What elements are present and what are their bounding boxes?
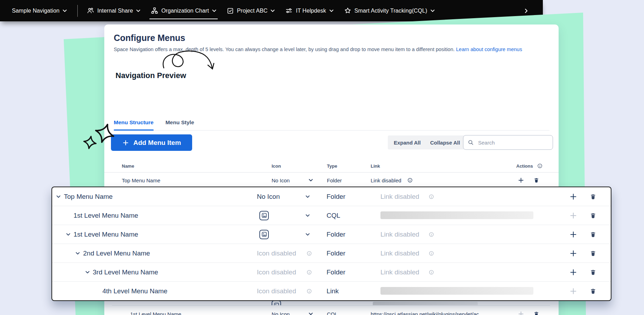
delete-button[interactable] <box>590 231 596 238</box>
chevron-down-icon[interactable] <box>306 195 310 198</box>
chevron-down-icon <box>63 9 67 12</box>
table-header-row: Name Icon Type Link Actions <box>104 160 559 173</box>
skeleton-bar <box>380 287 533 295</box>
nav-item-internal-share[interactable]: Internal Share <box>87 0 140 21</box>
nav-item-label: Organization Chart <box>161 8 209 14</box>
delete-button[interactable] <box>533 177 539 183</box>
skeleton-bar <box>380 211 533 219</box>
header-actions: Actions <box>516 163 533 169</box>
delete-button[interactable] <box>590 288 596 294</box>
icon-select-value[interactable]: No Icon <box>272 177 290 183</box>
menu-item-name: 2nd Level Menu Name <box>83 250 150 257</box>
info-icon <box>307 288 312 294</box>
delete-button[interactable] <box>590 193 596 200</box>
header-name: Name <box>122 163 134 169</box>
menu-item-type: Folder <box>327 193 345 201</box>
add-child-button-disabled <box>569 212 577 219</box>
chevron-down-icon <box>136 9 140 12</box>
link-disabled-text: Link disabled <box>380 250 419 257</box>
icon-select-value[interactable]: No Icon <box>257 193 280 201</box>
info-icon <box>537 163 542 169</box>
delete-button[interactable] <box>590 212 596 219</box>
info-icon <box>307 270 312 275</box>
magnified-menu-row-level-1: 1st Level Menu NameCQL <box>52 206 611 225</box>
table-row: Top Menu Name No Icon Folder Link disabl… <box>104 172 559 188</box>
menu-item-type: Folder <box>327 177 342 183</box>
chevron-down-icon[interactable] <box>309 179 313 182</box>
collapse-all-button[interactable]: Collapse All <box>424 135 466 149</box>
tab-menu-style[interactable]: Menu Style <box>166 119 194 130</box>
add-menu-item-button[interactable]: Add Menu Item <box>111 134 192 151</box>
search-input[interactable] <box>477 139 548 146</box>
checkbox-icon <box>227 7 234 14</box>
add-child-button[interactable] <box>569 193 577 201</box>
tab-menu-structure[interactable]: Menu Structure <box>114 119 154 130</box>
nav-item-smart-activity-tracking-cql[interactable]: Smart Activity Tracking(CQL) <box>344 0 435 21</box>
magnified-menu-row-level-4: 4th Level Menu NameIcon disabledLink <box>52 281 611 300</box>
chevron-down-icon[interactable] <box>306 233 310 236</box>
info-icon <box>429 251 434 256</box>
add-child-button[interactable] <box>569 231 577 238</box>
search-icon <box>468 139 474 146</box>
add-child-button-disabled <box>569 287 577 295</box>
info-icon <box>429 232 434 237</box>
nav-item-label: Sample Navigation <box>12 8 59 14</box>
menu-item-type: Link <box>327 287 339 295</box>
menu-item-type: Folder <box>327 250 345 257</box>
magnified-menu-row-level-0: Top Menu NameNo IconFolderLink disabled <box>52 187 611 206</box>
nav-item-label: Project ABC <box>237 8 267 14</box>
delete-button[interactable] <box>533 311 539 315</box>
expand-chevron-icon[interactable] <box>76 252 80 255</box>
add-child-button[interactable] <box>569 250 577 257</box>
header-icon: Icon <box>272 163 281 169</box>
info-icon <box>407 178 413 183</box>
nav-item-it-helpdesk[interactable]: IT Helpdesk <box>285 0 333 21</box>
menu-item-type: Folder <box>327 231 345 238</box>
info-icon <box>429 270 434 275</box>
chevron-down-icon[interactable] <box>309 313 313 315</box>
icon-select-value[interactable]: No Icon <box>272 311 290 315</box>
expand-chevron-icon[interactable] <box>66 233 70 236</box>
header-link: Link <box>371 163 380 169</box>
nav-item-organization-chart[interactable]: Organization Chart <box>151 0 216 21</box>
menu-item-link-url: https://osci.atlassian.net/wiki/plugins/… <box>371 311 483 315</box>
nav-item-label: Internal Share <box>97 8 133 14</box>
delete-button[interactable] <box>590 269 596 275</box>
nav-item-project-abc[interactable]: Project ABC <box>227 0 275 21</box>
nav-item-sample-navigation[interactable]: Sample Navigation <box>12 0 67 21</box>
link-disabled-text: Link disabled <box>380 231 419 238</box>
icon-disabled-text: Icon disabled <box>257 268 296 276</box>
add-child-button[interactable] <box>569 268 577 276</box>
table-row: 1st Level Menu Name No Icon CQL https://… <box>104 306 559 315</box>
menu-item-name: 1st Level Menu Name <box>74 212 138 219</box>
expand-all-button[interactable]: Expand All <box>388 135 427 149</box>
image-icon[interactable] <box>259 230 269 239</box>
sparkle-doodle <box>81 120 116 155</box>
chevron-down-icon[interactable] <box>306 214 310 217</box>
link-disabled-text: Link disabled <box>380 193 419 201</box>
page-title: Configure Menus <box>114 33 185 43</box>
search-box <box>463 135 553 150</box>
image-icon[interactable] <box>259 211 269 220</box>
nav-item-label: Smart Activity Tracking(CQL) <box>355 8 427 14</box>
menu-item-name: Top Menu Name <box>64 193 113 201</box>
header-type: Type <box>327 163 337 169</box>
menu-item-name: Top Menu Name <box>122 177 160 183</box>
info-icon <box>429 194 434 199</box>
curly-arrow-doodle <box>158 48 222 76</box>
learn-about-configure-menus-link[interactable]: Learn about configure menus <box>456 47 522 52</box>
image-icon <box>272 300 281 306</box>
add-menu-item-label: Add Menu Item <box>133 139 181 147</box>
add-child-button[interactable] <box>518 177 524 184</box>
menu-item-type: Folder <box>327 268 345 276</box>
delete-button[interactable] <box>590 250 596 257</box>
menu-item-type: CQL <box>327 212 340 219</box>
add-child-button-disabled <box>518 310 524 315</box>
expand-chevron-icon[interactable] <box>56 195 61 198</box>
info-icon <box>307 251 312 256</box>
menu-item-name: 1st Level Menu Name <box>74 231 138 238</box>
expand-chevron-icon[interactable] <box>85 271 90 274</box>
menu-item-name: 4th Level Menu Name <box>103 287 168 295</box>
menu-item-name: 1st Level Menu Name <box>130 311 181 315</box>
link-disabled-text: Link disabled <box>371 177 401 183</box>
